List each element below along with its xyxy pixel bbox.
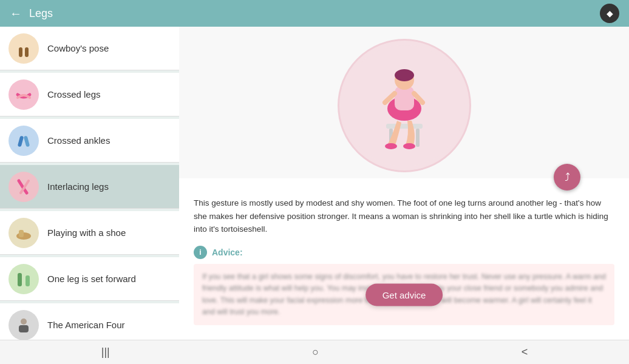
sidebar-item-interlacing[interactable]: Interlacing legs — [0, 165, 179, 209]
sidebar-label-crossed-legs: Crossed legs — [47, 89, 101, 99]
sidebar-item-shoe[interactable]: Playing with a shoe — [0, 211, 179, 255]
sidebar-label-interlacing: Interlacing legs — [47, 181, 109, 192]
sidebar-avatar-crossed-legs — [8, 79, 39, 110]
advice-icon: i — [194, 246, 207, 259]
description-text: This gesture is mostly used by modest an… — [194, 197, 614, 236]
sidebar-avatar-cowboy — [8, 33, 39, 64]
svg-rect-11 — [15, 270, 33, 288]
svg-rect-16 — [19, 325, 29, 332]
sidebar-label-forward: One leg is set forward — [47, 274, 136, 284]
svg-rect-0 — [15, 39, 33, 58]
sidebar-item-cowboy[interactable]: Cowboy's pose — [0, 27, 179, 70]
svg-rect-4 — [15, 132, 33, 150]
bottom-bar: ||| ○ < — [0, 340, 629, 364]
svg-rect-13 — [25, 275, 30, 286]
sidebar-item-american[interactable]: The American Four — [0, 303, 179, 340]
illustration-svg — [344, 45, 465, 166]
sidebar: Cowboy's poseCrossed legsCrossed anklesI… — [0, 27, 179, 340]
sidebar-avatar-interlacing — [8, 172, 39, 202]
page-title: Legs — [29, 7, 53, 20]
svg-point-27 — [385, 143, 397, 149]
sidebar-avatar-american — [8, 310, 39, 340]
sidebar-item-crossed-legs[interactable]: Crossed legs — [0, 73, 179, 116]
svg-point-24 — [395, 69, 414, 81]
sidebar-item-crossed-ankles[interactable]: Crossed ankles — [0, 119, 179, 163]
main-layout: Cowboy's poseCrossed legsCrossed anklesI… — [0, 27, 629, 340]
sidebar-avatar-crossed-ankles — [8, 126, 39, 156]
text-section: This gesture is mostly used by modest an… — [179, 178, 629, 335]
top-bar: ← Legs ◆ — [0, 0, 629, 27]
svg-rect-20 — [416, 129, 420, 147]
sidebar-item-forward[interactable]: One leg is set forward — [0, 257, 179, 301]
back-button[interactable]: ← — [10, 7, 22, 21]
sidebar-label-american: The American Four — [47, 320, 125, 330]
advice-content: If you see that a girl shows some signs … — [194, 264, 614, 326]
advice-label: Advice: — [212, 248, 243, 257]
svg-point-28 — [403, 143, 415, 149]
gesture-illustration — [338, 39, 471, 172]
svg-rect-2 — [25, 47, 29, 57]
svg-point-15 — [21, 318, 27, 325]
svg-rect-12 — [18, 273, 22, 286]
content-area: ⤴ This gesture is mostly used by modest … — [179, 27, 629, 340]
svg-rect-10 — [19, 230, 24, 237]
home-button[interactable]: ○ — [294, 343, 337, 361]
sidebar-label-crossed-ankles: Crossed ankles — [47, 135, 110, 146]
advice-header: i Advice: — [194, 246, 614, 259]
get-advice-button[interactable]: Get advice — [365, 283, 443, 306]
share-button[interactable]: ⤴ — [554, 164, 580, 190]
sidebar-label-cowboy: Cowboy's pose — [47, 43, 109, 53]
menu-button[interactable]: ||| — [83, 343, 128, 361]
sidebar-label-shoe: Playing with a shoe — [47, 228, 126, 238]
sidebar-avatar-shoe — [8, 218, 39, 248]
image-section: ⤴ — [179, 27, 629, 178]
profile-icon[interactable]: ◆ — [600, 4, 619, 23]
sidebar-avatar-forward — [8, 264, 39, 294]
back-nav-button[interactable]: < — [503, 343, 546, 361]
svg-rect-18 — [386, 124, 423, 129]
svg-rect-1 — [19, 47, 22, 57]
